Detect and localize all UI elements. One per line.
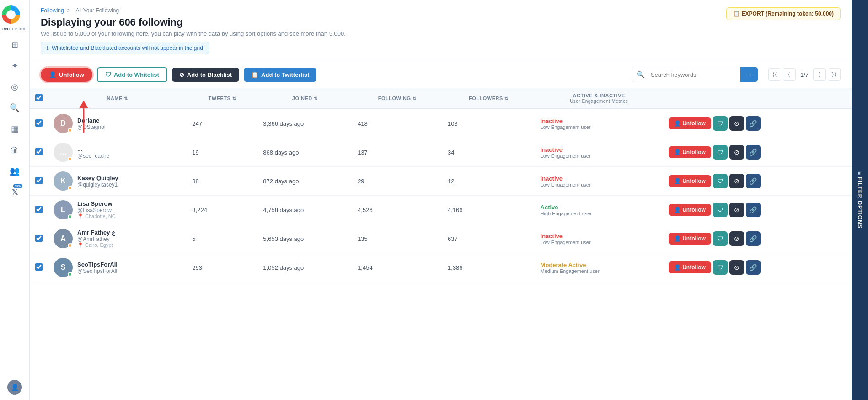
export-button[interactable]: 📋 EXPORT (Remaining token: 50,000): [726, 7, 841, 20]
row-whitelist-button-2[interactable]: 🛡: [713, 174, 728, 188]
engagement-status-4: Inactive: [541, 233, 658, 240]
engagement-sub-2: Low Engagement user: [541, 182, 658, 187]
row-unfollow-button-0[interactable]: 👤 Unfollow: [669, 117, 711, 129]
col-following[interactable]: FOLLOWING: [352, 88, 442, 109]
row-link-button-2[interactable]: 🔗: [746, 174, 761, 188]
row-unfollow-button-5[interactable]: 👤 Unfollow: [669, 261, 711, 273]
breadcrumb-separator: >: [67, 7, 70, 14]
row-blacklist-button-0[interactable]: ⊘: [729, 116, 744, 131]
page-title: Displaying your 606 following: [41, 16, 841, 28]
col-actions: [663, 88, 852, 109]
row-blacklist-button-1[interactable]: ⊘: [729, 145, 744, 160]
followers-5: 1,386: [442, 253, 535, 282]
sidebar-item-network[interactable]: ✦: [6, 57, 23, 75]
row-whitelist-button-3[interactable]: 🛡: [713, 203, 728, 217]
actions-cell-5: 👤 Unfollow 🛡 ⊘ 🔗: [669, 260, 846, 275]
row-blacklist-button-2[interactable]: ⊘: [729, 174, 744, 188]
following-0: 418: [352, 109, 442, 138]
row-link-button-4[interactable]: 🔗: [746, 231, 761, 246]
row-checkbox-0[interactable]: [35, 119, 43, 127]
row-checkbox-3[interactable]: [35, 206, 43, 213]
user-cell-5: S SeoTipsForAll @SeoTipsForAll: [54, 258, 181, 277]
unfollow-button[interactable]: 👤 Unfollow: [41, 68, 92, 82]
sidebar-item-search[interactable]: 🔍: [6, 99, 23, 117]
user-info-1: ... @seo_cache: [77, 146, 109, 159]
engagement-5: Moderate Active Medium Engagement user: [535, 253, 663, 282]
col-tweets[interactable]: TWEETS: [187, 88, 257, 109]
info-icon: ℹ: [47, 45, 49, 51]
row-link-button-3[interactable]: 🔗: [746, 203, 761, 217]
user-location-4: 📍 Cairo, Egypt: [77, 242, 115, 248]
user-info-3: Lisa Sperow @LisaSperow 📍 Charlotte, NC: [77, 200, 116, 219]
last-page-button[interactable]: ⟩⟩: [828, 68, 841, 81]
row-link-button-1[interactable]: 🔗: [746, 145, 761, 160]
pagination: ⟨⟨ ⟨ 1/7 ⟩ ⟩⟩: [768, 68, 841, 81]
status-dot-1: [68, 157, 72, 161]
info-bar: ℹ Whitelisted and Blacklisted accounts w…: [41, 42, 209, 54]
row-unfollow-button-2[interactable]: 👤 Unfollow: [669, 175, 711, 187]
actions-cell-4: 👤 Unfollow 🛡 ⊘ 🔗: [669, 231, 846, 246]
row-unfollow-button-3[interactable]: 👤 Unfollow: [669, 204, 711, 216]
sidebar-item-x[interactable]: 𝕏NEW: [6, 183, 23, 201]
engagement-0: Inactive Low Engagement user: [535, 109, 663, 138]
add-to-twitterlist-button[interactable]: 📋 Add to Twitterlist: [244, 68, 316, 82]
sidebar-item-grid[interactable]: ⊞: [6, 36, 23, 53]
sidebar-item-users[interactable]: 👥: [6, 162, 23, 180]
row-link-button-5[interactable]: 🔗: [746, 260, 761, 275]
breadcrumb-following-link[interactable]: Following: [41, 7, 64, 14]
sidebar-item-chart[interactable]: ▦: [6, 120, 23, 138]
filter-options-panel[interactable]: ≡ FILTER OPTIONS: [852, 0, 868, 400]
row-checkbox-1[interactable]: [35, 148, 43, 155]
sidebar-item-trash[interactable]: 🗑: [6, 141, 23, 159]
user-name-1: ...: [77, 146, 109, 153]
avatar-wrap-0: D: [54, 114, 73, 133]
row-checkbox-2[interactable]: [35, 177, 43, 184]
breadcrumb-current: All Your Following: [75, 7, 119, 14]
search-go-button[interactable]: →: [740, 67, 758, 82]
add-to-whitelist-button[interactable]: 🛡 Add to Whitelist: [97, 67, 167, 82]
engagement-sub-0: Low Engagement user: [541, 124, 658, 130]
joined-4: 5,653 days ago: [257, 224, 352, 253]
search-icon: 🔍: [632, 67, 649, 82]
table-row: K Kasey Quigley @quigleykasey1 38 872 da…: [30, 167, 852, 196]
add-to-blacklist-button[interactable]: ⊘ Add to Blacklist: [172, 68, 239, 82]
row-checkbox-5[interactable]: [35, 263, 43, 271]
following-1: 137: [352, 138, 442, 167]
row-whitelist-button-1[interactable]: 🛡: [713, 145, 728, 160]
row-whitelist-button-4[interactable]: 🛡: [713, 231, 728, 246]
user-avatar[interactable]: 👤: [7, 380, 22, 395]
col-followers[interactable]: FOLLOWERS: [442, 88, 535, 109]
search-input[interactable]: [649, 68, 740, 82]
user-cell-0: D Doriane @DStagnol: [54, 114, 181, 133]
user-info-4: Amr Fathey ع @AmrFathey 📍 Cairo, Egypt: [77, 229, 115, 248]
row-blacklist-button-5[interactable]: ⊘: [729, 260, 744, 275]
row-checkbox-4[interactable]: [35, 235, 43, 242]
avatar-wrap-5: S: [54, 258, 73, 277]
row-unfollow-button-4[interactable]: 👤 Unfollow: [669, 233, 711, 245]
joined-2: 872 days ago: [257, 167, 352, 196]
select-all-checkbox[interactable]: [35, 94, 43, 101]
row-blacklist-button-3[interactable]: ⊘: [729, 203, 744, 217]
row-unfollow-button-1[interactable]: 👤 Unfollow: [669, 146, 711, 158]
main-content: Following > All Your Following Displayin…: [30, 0, 852, 400]
sidebar-item-target[interactable]: ◎: [6, 78, 23, 96]
whitelist-icon: 🛡: [105, 71, 111, 78]
col-name[interactable]: NAME: [48, 88, 187, 109]
engagement-3: Active High Engagement user: [535, 196, 663, 224]
user-handle-0: @DStagnol: [77, 124, 106, 130]
joined-3: 4,758 days ago: [257, 196, 352, 224]
first-page-button[interactable]: ⟨⟨: [768, 68, 781, 81]
row-blacklist-button-4[interactable]: ⊘: [729, 231, 744, 246]
engagement-2: Inactive Low Engagement user: [535, 167, 663, 196]
row-link-button-0[interactable]: 🔗: [746, 116, 761, 131]
next-page-button[interactable]: ⟩: [813, 68, 826, 81]
prev-page-button[interactable]: ⟨: [783, 68, 796, 81]
col-joined[interactable]: JOINED: [257, 88, 352, 109]
toolbar: 👤 Unfollow 🛡 Add to Whitelist ⊘ Add to B…: [30, 61, 852, 88]
avatar-wrap-1: …: [54, 143, 73, 162]
avatar-wrap-3: L: [54, 200, 73, 219]
row-whitelist-button-0[interactable]: 🛡: [713, 116, 728, 131]
page-info: 1/7: [798, 71, 811, 78]
row-whitelist-button-5[interactable]: 🛡: [713, 260, 728, 275]
twitterlist-icon: 📋: [251, 71, 258, 78]
